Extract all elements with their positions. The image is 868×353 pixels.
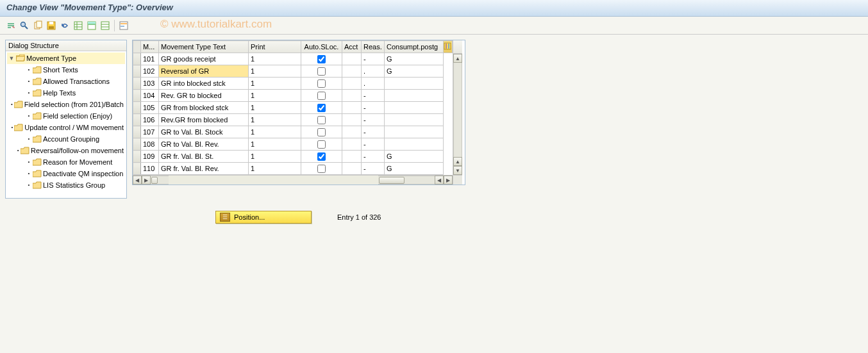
auto-sloc-checkbox[interactable] bbox=[317, 79, 326, 88]
cell-reas[interactable]: . bbox=[362, 65, 385, 78]
cell-movement-number[interactable]: 103 bbox=[141, 78, 159, 90]
cell-reas[interactable]: . bbox=[362, 78, 385, 90]
table-row[interactable]: 101GR goods receipt1-G bbox=[133, 53, 453, 65]
col-reas[interactable]: Reas. bbox=[362, 41, 385, 53]
cell-print[interactable]: 1 bbox=[249, 114, 301, 126]
col-print[interactable]: Print bbox=[249, 41, 301, 53]
cell-movement-number[interactable]: 107 bbox=[141, 126, 159, 138]
cell-print[interactable]: 1 bbox=[249, 102, 301, 114]
cell-consumpt[interactable] bbox=[385, 114, 444, 126]
cell-movement-text[interactable]: GR to Val. Bl. Stock bbox=[159, 126, 249, 138]
chevron-down-icon[interactable]: ▼ bbox=[8, 53, 15, 63]
tree-node[interactable]: •Reason for Movement bbox=[7, 156, 125, 168]
row-selector[interactable] bbox=[133, 126, 141, 138]
auto-sloc-checkbox[interactable] bbox=[317, 116, 326, 124]
cell-consumpt[interactable] bbox=[385, 102, 444, 114]
hscroll-right-arrow-icon[interactable]: ▶ bbox=[142, 176, 151, 185]
cell-consumpt[interactable]: G bbox=[385, 151, 444, 163]
cell-acct[interactable] bbox=[342, 163, 362, 175]
col-cons[interactable]: Consumpt.postg bbox=[385, 41, 444, 53]
hscroll-left-arrow-icon[interactable]: ◀ bbox=[133, 176, 142, 185]
cell-consumpt[interactable] bbox=[385, 78, 444, 90]
cell-movement-text[interactable]: GR from blocked stck bbox=[159, 102, 249, 114]
cell-movement-text[interactable]: GR into blocked stck bbox=[159, 78, 249, 90]
cell-reas[interactable]: - bbox=[362, 90, 385, 102]
cell-auto-sloc[interactable] bbox=[301, 65, 342, 78]
hscroll-left-track[interactable] bbox=[151, 176, 169, 185]
tree-node[interactable]: •Allowed Transactions bbox=[7, 76, 125, 87]
hscroll-thumb[interactable] bbox=[379, 177, 405, 184]
cell-print[interactable]: 1 bbox=[249, 126, 301, 138]
vscroll-up-arrow-icon[interactable]: ▲ bbox=[453, 157, 462, 166]
tree-node[interactable]: •Account Grouping bbox=[7, 133, 125, 145]
cell-acct[interactable] bbox=[342, 151, 362, 163]
cell-movement-number[interactable]: 105 bbox=[141, 102, 159, 114]
table-row[interactable]: 108GR to Val. Bl. Rev.1- bbox=[133, 138, 453, 151]
hscroll-left-arrow-icon[interactable]: ◀ bbox=[435, 176, 444, 185]
row-selector[interactable] bbox=[133, 114, 141, 126]
tree-node[interactable]: •Field selection (from 201)/Batch bbox=[7, 99, 125, 110]
tree-node[interactable]: •Update control / WM movement bbox=[7, 122, 125, 133]
cell-auto-sloc[interactable] bbox=[301, 114, 342, 126]
cell-auto-sloc[interactable] bbox=[301, 151, 342, 163]
cell-print[interactable]: 1 bbox=[249, 53, 301, 65]
cell-movement-text[interactable]: GR fr. Val. Bl. Rev. bbox=[159, 163, 249, 175]
table-row[interactable]: 104Rev. GR to blocked1- bbox=[133, 90, 453, 102]
cell-print[interactable]: 1 bbox=[249, 151, 301, 163]
table-row[interactable]: 106Rev.GR from blocked1- bbox=[133, 114, 453, 126]
tree-node[interactable]: •Deactivate QM inspection bbox=[7, 168, 125, 179]
cell-consumpt[interactable]: G bbox=[385, 65, 444, 78]
cell-acct[interactable] bbox=[342, 114, 362, 126]
auto-sloc-checkbox[interactable] bbox=[317, 55, 326, 63]
col-auto-sloc[interactable]: Auto.SLoc. bbox=[301, 41, 342, 53]
deselect-all-icon[interactable] bbox=[99, 20, 111, 31]
cell-movement-text[interactable]: GR goods receipt bbox=[159, 53, 249, 65]
cell-reas[interactable]: - bbox=[362, 151, 385, 163]
cell-movement-text[interactable]: Reversal of GR bbox=[159, 65, 249, 78]
tree-node[interactable]: •Short Texts bbox=[7, 64, 125, 76]
cell-auto-sloc[interactable] bbox=[301, 138, 342, 151]
auto-sloc-checkbox[interactable] bbox=[317, 67, 326, 76]
tree-node[interactable]: •Reversal/follow-on movement bbox=[7, 145, 125, 156]
position-button[interactable]: ☰ Position... bbox=[215, 211, 312, 224]
cell-movement-number[interactable]: 104 bbox=[141, 90, 159, 102]
cell-movement-text[interactable]: Rev.GR from blocked bbox=[159, 114, 249, 126]
cell-reas[interactable]: - bbox=[362, 102, 385, 114]
cell-consumpt[interactable]: G bbox=[385, 53, 444, 65]
cell-acct[interactable] bbox=[342, 53, 362, 65]
cell-movement-number[interactable]: 101 bbox=[141, 53, 159, 65]
col-acct[interactable]: Acct bbox=[342, 41, 362, 53]
cell-acct[interactable] bbox=[342, 102, 362, 114]
row-selector[interactable] bbox=[133, 90, 141, 102]
row-selector[interactable] bbox=[133, 65, 141, 78]
select-all-icon[interactable] bbox=[72, 20, 84, 31]
auto-sloc-checkbox[interactable] bbox=[317, 152, 326, 161]
auto-sloc-checkbox[interactable] bbox=[317, 104, 326, 112]
tree-node[interactable]: •Field selection (Enjoy) bbox=[7, 110, 125, 122]
select-block-icon[interactable] bbox=[86, 20, 97, 31]
row-selector[interactable] bbox=[133, 163, 141, 175]
cell-print[interactable]: 1 bbox=[249, 163, 301, 175]
row-selector[interactable] bbox=[133, 78, 141, 90]
cell-movement-number[interactable]: 108 bbox=[141, 138, 159, 151]
row-selector[interactable] bbox=[133, 53, 141, 65]
cell-acct[interactable] bbox=[342, 126, 362, 138]
auto-sloc-checkbox[interactable] bbox=[317, 92, 326, 100]
cell-acct[interactable] bbox=[342, 65, 362, 78]
config-icon[interactable] bbox=[118, 20, 129, 31]
hscroll-right-arrow-icon[interactable]: ▶ bbox=[444, 176, 453, 185]
table-row[interactable]: 107GR to Val. Bl. Stock1- bbox=[133, 126, 453, 138]
table-row[interactable]: 110GR fr. Val. Bl. Rev.1-G bbox=[133, 163, 453, 175]
cell-reas[interactable]: - bbox=[362, 138, 385, 151]
horizontal-scrollbar[interactable]: ◀ ▶ ◀ ▶ bbox=[133, 175, 453, 185]
tree-node[interactable]: •LIS Statistics Group bbox=[7, 179, 125, 191]
cell-consumpt[interactable] bbox=[385, 90, 444, 102]
cell-auto-sloc[interactable] bbox=[301, 78, 342, 90]
cell-acct[interactable] bbox=[342, 90, 362, 102]
cell-movement-number[interactable]: 109 bbox=[141, 151, 159, 163]
row-selector[interactable] bbox=[133, 138, 141, 151]
cell-auto-sloc[interactable] bbox=[301, 163, 342, 175]
vscroll-track[interactable] bbox=[453, 63, 462, 157]
cell-print[interactable]: 1 bbox=[249, 78, 301, 90]
vscroll-down-arrow-icon[interactable]: ▼ bbox=[453, 166, 462, 175]
